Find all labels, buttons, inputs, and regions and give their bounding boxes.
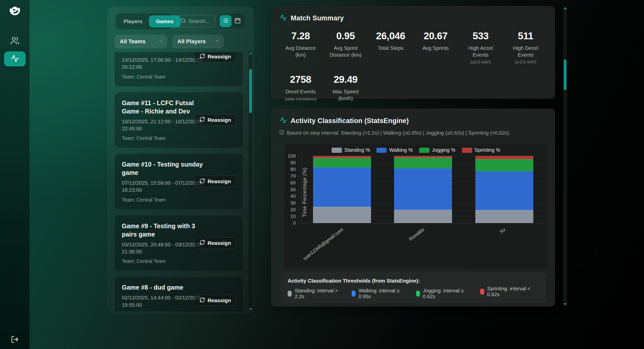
scroll-up-arrow-icon[interactable] [564,7,567,9]
gridline [301,176,545,176]
legend-swatch-icon [419,148,429,153]
chart-bars [301,156,545,223]
stat-total-steps: 26,046 Total Steps [368,30,413,64]
scrollbar-thumb[interactable] [249,69,252,113]
legend-item[interactable]: Standing % [332,147,370,153]
stat-avg-sprints: 20.67 Avg Sprints [413,30,458,64]
game-card[interactable]: Game #10 - Testing sunday game 07/12/202… [115,153,243,210]
scroll-down-arrow-icon[interactable] [249,308,252,310]
game-team: Team: Central Team [122,135,236,141]
legend-label: Jogging % [432,147,455,153]
bar-segment [475,156,533,159]
y-tick-label: 80 [290,167,296,172]
threshold-walking: Walking: interval ≥ 0.95s [352,288,408,299]
gridline [301,203,545,203]
reassign-label: Reassign [208,240,231,246]
y-tick-mark [297,203,299,203]
refresh-icon [200,178,205,185]
threshold-jogging: Jogging: interval ≥ 0.62s [416,288,473,299]
legend-item[interactable]: Jogging % [419,147,455,153]
match-summary-stats: 7.28 Avg Distance (km) 0.95 Avg Sprint D… [278,30,548,102]
chevron-down-icon [215,38,219,45]
legend-item[interactable]: Sprinting % [462,147,500,153]
gridline [301,209,545,210]
y-tick-mark [297,210,299,210]
reassign-button[interactable]: Reassign [194,52,236,62]
y-tick-mark [297,163,299,163]
standing-dot-icon [288,291,292,297]
legend-swatch-icon [376,148,387,153]
calendar-view-button[interactable] [232,15,244,27]
chart-xlabels: ryan12345@gmail.comRonaldoXu [301,225,545,266]
pulse-icon [280,117,287,125]
game-card[interactable]: 14/12/2025, 17:06:00 - 14/12/2025, 20:12… [115,52,243,87]
list-view-button[interactable] [219,15,232,27]
scrollbar-thumb[interactable] [564,59,566,90]
y-tick-label: 30 [290,200,296,206]
game-title: Game #9 - Testing with 3 pairs game [122,222,205,239]
gridline [301,189,545,189]
gridline [301,163,545,163]
y-tick-label: 40 [290,193,296,199]
tab-games[interactable]: Games [149,15,181,27]
game-card[interactable]: Game #11 - LCFC Futsal Game - Richie and… [115,92,243,148]
y-tick-mark [297,196,299,196]
sidebar-item-players[interactable] [10,36,20,46]
reassign-button[interactable]: Reassign [194,237,236,249]
game-team: Team: Central Team [122,74,236,80]
bar-segment [394,210,452,223]
games-list-scrollbar[interactable] [249,52,252,311]
legend-item[interactable]: Walking % [376,147,413,153]
gridline [301,156,545,156]
bar-segment [313,158,371,167]
stat-avg-distance: 7.28 Avg Distance (km) [278,30,323,64]
users-icon [10,36,19,46]
team-filter-select[interactable]: All Teams [115,35,167,48]
player-filter-select[interactable]: All Players [172,35,224,48]
search-box [177,15,215,27]
brand-logo-icon [9,4,21,16]
game-card[interactable]: Game #8 - dud game 02/12/2025, 14:44:00 … [115,277,243,311]
bar-segment [394,158,452,169]
scroll-down-arrow-icon[interactable] [564,303,567,305]
legend-label: Standing % [344,147,370,153]
chevron-down-icon [158,38,163,45]
game-title: Game #10 - Testing sunday game [122,160,205,177]
search-input[interactable] [188,18,211,24]
activity-title: Activity Classification (StatsEngine) [291,117,409,125]
y-tick-label: 10 [290,214,296,219]
bar-segment [475,159,533,171]
thresholds-panel: Activity Classification Thresholds (from… [281,273,546,303]
stat-max-speed: 29.49 Max Speed (km/h) [323,74,368,102]
list-tabs: Players Games [116,13,172,29]
calendar-icon [234,17,241,25]
view-toggle-group [218,14,245,28]
y-tick-mark [297,183,299,183]
y-tick-label: 100 [288,153,296,159]
tab-players[interactable]: Players [118,15,148,27]
thresholds-title: Activity Classification Thresholds (from… [288,278,539,284]
reassign-button[interactable]: Reassign [194,176,236,187]
page-scrollbar[interactable] [563,7,567,306]
team-filter-value: All Teams [120,38,145,45]
reassign-button[interactable]: Reassign [194,295,236,306]
y-tick-label: 70 [290,173,296,179]
stacked-bar [475,156,533,223]
legend-label: Sprinting % [475,147,500,153]
stat-high-accel-events: 533 High Accel Events (≥2.5 m/s²) [458,30,503,64]
refresh-icon [200,117,205,123]
game-title: Game #8 - dud game [122,283,205,292]
scroll-up-arrow-icon[interactable] [249,52,252,54]
reassign-label: Reassign [208,117,231,123]
reassign-button[interactable]: Reassign [194,114,236,126]
jogging-dot-icon [416,291,420,297]
stacked-bar [394,156,452,223]
threshold-sprinting: Sprinting: interval < 0.62s [480,286,539,297]
sidebar-logout-button[interactable] [10,335,20,345]
sidebar-item-activity[interactable] [4,51,26,66]
stacked-bar [313,156,371,223]
legend-label: Walking % [389,147,413,153]
y-tick-label: 50 [290,187,296,192]
game-card[interactable]: Game #9 - Testing with 3 pairs game 03/1… [115,215,243,271]
match-summary-card: Match Summary 7.28 Avg Distance (km) 0.9… [271,6,555,99]
